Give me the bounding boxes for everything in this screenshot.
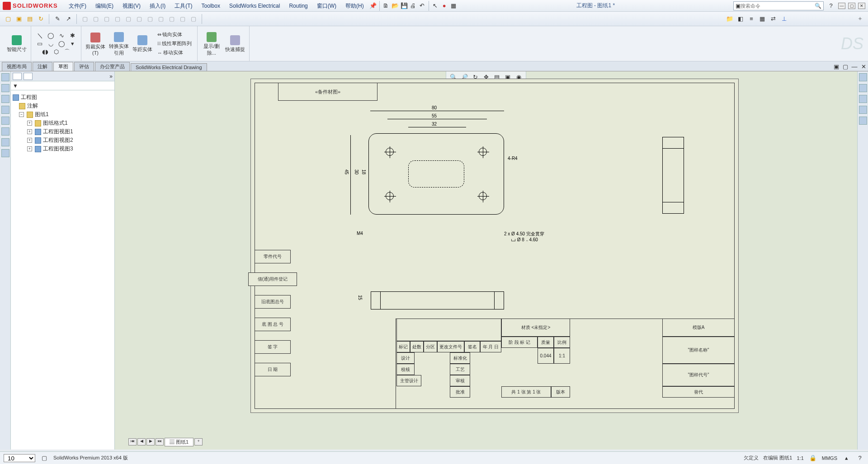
- undo-icon[interactable]: ↶: [418, 1, 427, 10]
- menu-edit[interactable]: 编辑(E): [91, 0, 118, 12]
- polygon-icon[interactable]: ⬡: [51, 48, 61, 56]
- tree-node-view3[interactable]: +工程图视图3: [13, 145, 113, 153]
- sheet-next-icon[interactable]: ▶: [146, 438, 155, 445]
- dim-r4[interactable]: 4-R4: [508, 156, 518, 161]
- status-units[interactable]: MMGS: [822, 455, 837, 461]
- swap-icon[interactable]: ⇄: [769, 14, 778, 23]
- dim-80[interactable]: 80: [432, 105, 437, 110]
- dim-m4[interactable]: M4: [357, 231, 363, 236]
- smart-dim-button[interactable]: 智能尺寸: [6, 34, 27, 53]
- tab-annotation[interactable]: 注解: [33, 62, 52, 71]
- chart-icon[interactable]: ⊥: [779, 14, 788, 23]
- menu-window[interactable]: 窗口(W): [312, 0, 341, 12]
- drawing-canvas[interactable]: 🔍 🔎 ↻ ✥ ▤ ▣ ◉ «备件材图» 80 55: [115, 71, 857, 450]
- layers-icon[interactable]: ◧: [736, 14, 745, 23]
- dim-30[interactable]: 30: [354, 169, 359, 174]
- panel-expand-icon[interactable]: ▣: [832, 62, 841, 71]
- ellipse-icon[interactable]: ◯: [57, 40, 66, 48]
- pattern-button[interactable]: ⁞⁞线性草图阵列: [156, 40, 193, 48]
- more-icon[interactable]: ▾: [67, 40, 77, 48]
- lock-icon[interactable]: 🔒: [808, 454, 817, 463]
- slot-icon[interactable]: ◖◗: [40, 48, 50, 56]
- right-tool-icon[interactable]: [859, 73, 867, 81]
- star-icon[interactable]: ✦: [855, 14, 864, 23]
- sheet-first-icon[interactable]: ⏮: [128, 438, 137, 445]
- feature-tree[interactable]: 工程图 注解 −图纸1 +图纸格式1 +工程图视图1 +工程图视图2 +工程图视…: [11, 90, 114, 450]
- layer-icon[interactable]: ▢: [40, 454, 49, 463]
- tab-office[interactable]: 办公室产品: [95, 62, 130, 71]
- menu-tools[interactable]: 工具(T): [170, 0, 197, 12]
- zoom-select[interactable]: 10: [4, 454, 35, 462]
- menu-insert[interactable]: 插入(I): [145, 0, 170, 12]
- right-tool-icon[interactable]: [859, 95, 867, 103]
- tool-icon[interactable]: ▢: [167, 14, 176, 23]
- quick-snap-button[interactable]: 快速捕捉: [225, 34, 245, 53]
- front-view[interactable]: [371, 291, 504, 309]
- tab-evaluate[interactable]: 评估: [74, 62, 94, 71]
- left-tool-icon[interactable]: [1, 95, 9, 103]
- tool-icon[interactable]: ▢: [91, 14, 100, 23]
- save-icon[interactable]: 💾: [400, 1, 409, 10]
- sheet-prev-icon[interactable]: ◀: [137, 438, 146, 445]
- right-tool-icon[interactable]: [859, 117, 867, 125]
- tree-node-view1[interactable]: +工程图视图1: [13, 127, 113, 136]
- rebuild-all-icon[interactable]: ↻: [36, 14, 45, 23]
- right-tool-icon[interactable]: [859, 106, 867, 114]
- part-icon[interactable]: ▢: [4, 14, 13, 23]
- sign-box[interactable]: 签 字: [255, 340, 291, 354]
- tree-filter[interactable]: ▼: [11, 81, 114, 90]
- tool-icon[interactable]: ▢: [102, 14, 111, 23]
- expand-icon[interactable]: +: [27, 121, 32, 126]
- left-tool-icon[interactable]: [1, 84, 9, 92]
- circle-icon[interactable]: ◯: [46, 32, 56, 40]
- menu-file[interactable]: 文件(F): [64, 0, 91, 12]
- sheet-tab[interactable]: ▤ 图纸1: [165, 438, 193, 446]
- sheet-last-icon[interactable]: ⏭: [156, 438, 164, 445]
- tree-tab-property-icon[interactable]: [24, 73, 33, 80]
- old-dwg-box[interactable]: 旧底图总号: [255, 295, 291, 309]
- search-icon[interactable]: 🔍: [815, 3, 821, 9]
- expand-icon[interactable]: +: [27, 146, 32, 151]
- align-icon[interactable]: ≡: [747, 14, 756, 23]
- tree-node-sheet1[interactable]: −图纸1: [13, 110, 113, 119]
- close-button[interactable]: ✕: [858, 3, 865, 9]
- sketch-icon[interactable]: ✎: [53, 14, 62, 23]
- offset-button[interactable]: 等距实体: [132, 34, 153, 53]
- left-tool-icon[interactable]: [1, 106, 9, 114]
- folder-icon[interactable]: 📁: [725, 14, 734, 23]
- pushpin-icon[interactable]: 📌: [368, 1, 377, 10]
- panel-close-icon[interactable]: ✕: [859, 62, 868, 71]
- expand-icon[interactable]: »: [109, 73, 113, 80]
- dim-32[interactable]: 32: [432, 122, 437, 127]
- right-view[interactable]: [662, 137, 684, 214]
- tool-icon[interactable]: ▢: [135, 14, 144, 23]
- borrow-box[interactable]: 借(通)用件登记: [248, 272, 297, 286]
- help-icon[interactable]: ?: [826, 1, 835, 10]
- move-button[interactable]: ↔移动实体: [156, 49, 193, 57]
- menu-toolbox[interactable]: Toolbox: [197, 0, 225, 12]
- dim-15[interactable]: 15: [358, 295, 363, 300]
- open-icon[interactable]: 📂: [391, 1, 400, 10]
- panel-min-icon[interactable]: ▢: [841, 62, 850, 71]
- tool-icon[interactable]: ▢: [146, 14, 155, 23]
- options-icon[interactable]: ▦: [449, 1, 458, 10]
- menu-electrical[interactable]: SolidWorks Electrical: [225, 0, 284, 12]
- rebuild-icon[interactable]: ●: [440, 1, 449, 10]
- status-help-icon[interactable]: ?: [855, 454, 864, 463]
- dim-hole[interactable]: 2 x Ø 4.50 完全贯穿: [504, 231, 544, 237]
- minimize-button[interactable]: —: [838, 3, 845, 9]
- left-tool-icon[interactable]: [1, 73, 9, 81]
- search-input[interactable]: [741, 3, 815, 9]
- maximize-button[interactable]: ▢: [848, 3, 855, 9]
- fillet-icon[interactable]: ⌒: [62, 48, 72, 56]
- top-view[interactable]: [368, 133, 504, 215]
- convert-button[interactable]: 转换实体引用: [108, 31, 129, 56]
- left-tool-icon[interactable]: [1, 127, 9, 136]
- dim-55[interactable]: 55: [432, 113, 437, 118]
- date-box[interactable]: 日 期: [255, 363, 291, 376]
- mirror-button[interactable]: ⇔镜向实体: [156, 31, 193, 39]
- tool-icon[interactable]: ▢: [178, 14, 187, 23]
- command-search[interactable]: ▣ 🔍: [733, 1, 824, 10]
- dim-cbore[interactable]: ⌴ Ø 8 ⌄ 4.60: [511, 237, 538, 242]
- tool-icon[interactable]: ▢: [80, 14, 90, 23]
